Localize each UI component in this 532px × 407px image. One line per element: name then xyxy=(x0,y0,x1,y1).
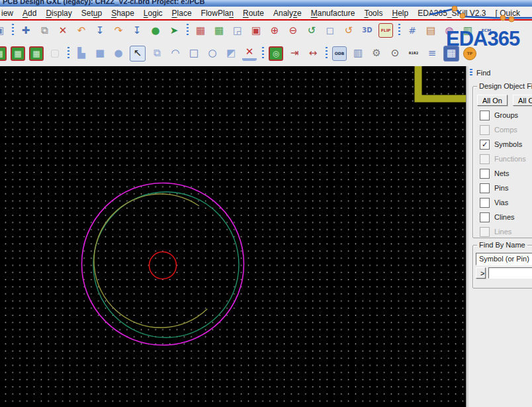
menu-item-analyze[interactable]: Analyze xyxy=(269,7,306,19)
copy-icon[interactable]: ⧉ xyxy=(37,23,52,38)
find-checkbox-label-vias: Vias xyxy=(494,199,508,206)
find-by-name-type-select[interactable]: Symbol (or Pin) xyxy=(476,253,532,265)
redo-icon[interactable]: ↷ xyxy=(111,23,126,38)
add-rectangle-icon[interactable]: ■ xyxy=(93,46,107,61)
all-off-button[interactable]: All Off xyxy=(513,95,532,106)
add-arc-icon[interactable]: ◠ xyxy=(168,46,183,61)
add-circle-icon[interactable]: ● xyxy=(111,46,126,61)
measure-to-edge-icon[interactable]: ⇥ xyxy=(287,46,302,61)
shape-edit-icon[interactable]: ◍ xyxy=(442,23,457,38)
find-checkbox-comps xyxy=(480,125,490,135)
find-panel-header[interactable]: Find xyxy=(470,69,490,77)
menu-item-iew[interactable]: iew xyxy=(0,7,18,19)
toolbar-grip[interactable] xyxy=(67,47,69,60)
copy-shape-icon[interactable]: ⧉ xyxy=(150,46,164,61)
cross-section-icon[interactable]: ▥ xyxy=(351,46,365,61)
find-filter-row-clines: Clines xyxy=(480,212,515,222)
toolbar-grip[interactable] xyxy=(261,47,264,60)
pushpin-icon[interactable]: ➤ xyxy=(167,23,181,38)
flip-board-icon[interactable]: FLIP xyxy=(378,23,393,38)
find-filter-row-pins: Pins xyxy=(480,183,508,193)
delete-icon[interactable]: ✕ xyxy=(56,23,70,38)
save-icon[interactable]: ▣ xyxy=(0,23,7,38)
panel-grip-icon[interactable] xyxy=(470,69,472,77)
toolbar-grip[interactable] xyxy=(11,24,14,37)
zoom-points-icon[interactable]: ◲ xyxy=(230,23,245,38)
find-checkbox-groups[interactable] xyxy=(480,111,490,120)
menu-item-display[interactable]: Display xyxy=(41,7,76,19)
board-overview-green-icon[interactable]: ▦ xyxy=(212,23,226,38)
zoom-previous-icon[interactable]: ↺ xyxy=(304,23,319,38)
highlight-pad-icon[interactable]: ◎ xyxy=(269,46,283,61)
add-polygon-icon[interactable]: ▙ xyxy=(74,46,89,61)
design-canvas[interactable] xyxy=(0,66,466,407)
zoom-in-icon[interactable]: ⊕ xyxy=(267,23,282,38)
menu-item-manufacture[interactable]: Manufacture xyxy=(306,7,360,19)
toolbar-grip[interactable] xyxy=(398,24,400,37)
select-shape-icon[interactable]: ↖ xyxy=(130,46,146,62)
zoom-fit-icon[interactable]: ◻ xyxy=(323,23,337,38)
menu-item-add[interactable]: Add xyxy=(18,7,41,19)
find-checkbox-nets[interactable] xyxy=(480,169,490,179)
rect-outline-icon[interactable]: □ xyxy=(187,46,201,61)
fix-pin-icon[interactable]: ⚙ xyxy=(369,46,384,61)
shell-balloon-icon[interactable]: ● xyxy=(148,23,163,38)
film-corners-icon[interactable]: ▦ xyxy=(11,46,25,61)
measure-span-icon[interactable]: ↔ xyxy=(306,46,320,61)
rename-refdes-icon[interactable]: R1R2 xyxy=(406,46,421,61)
view-3d-icon[interactable]: 3D xyxy=(360,23,375,38)
toolbar-grip[interactable] xyxy=(186,24,189,37)
toolbar-grip[interactable] xyxy=(325,47,328,60)
find-checkbox-label-clines: Clines xyxy=(494,213,515,221)
testpoint-icon[interactable]: TP xyxy=(463,47,476,60)
board-overview-red-icon[interactable]: ▦ xyxy=(193,23,208,38)
design-object-find-label: Design Object Find xyxy=(477,82,532,90)
name-more-button[interactable]: > xyxy=(476,267,486,279)
ecm-icon[interactable]: ECM xyxy=(479,23,494,38)
zoom-rect-icon[interactable]: ▣ xyxy=(249,23,263,38)
menu-item-route[interactable]: Route xyxy=(238,7,269,19)
done-icon[interactable]: ↧ xyxy=(93,23,107,38)
find-checkbox-pins[interactable] xyxy=(480,183,490,193)
menu-item-flowplan[interactable]: FlowPlan xyxy=(197,7,238,19)
menu-item-place[interactable]: Place xyxy=(167,7,197,19)
find-checkbox-label-symbols: Symbols xyxy=(494,140,522,148)
menu-item-tools[interactable]: Tools xyxy=(359,7,387,19)
menu-item-eda365-skill-v2-3[interactable]: EDA365_SKill V2.3 xyxy=(413,7,490,19)
next-icon[interactable]: ↧ xyxy=(130,23,144,38)
toolbar-row-2: ▦▦▦▢▙■●↖⧉◠□○◩✕◎⇥↔ODB▥⚙⊙R1R2≡▦TP xyxy=(0,40,532,67)
delete-vertex-icon[interactable]: ✕ xyxy=(242,46,257,61)
shape-disabled-icon[interactable]: ▢ xyxy=(48,46,62,61)
undo-icon[interactable]: ↶ xyxy=(74,23,89,38)
find-checkbox-vias[interactable] xyxy=(480,198,490,208)
grid-toggle-icon[interactable]: # xyxy=(405,23,420,38)
report-icon[interactable]: ≡ xyxy=(425,46,439,61)
mid-circle[interactable] xyxy=(93,192,239,338)
inner-arc[interactable] xyxy=(94,194,207,328)
center-circle[interactable] xyxy=(150,252,177,279)
color-dialog-icon[interactable]: ▦ xyxy=(443,46,459,62)
find-by-name-label: Find By Name xyxy=(477,241,527,249)
menu-item-setup[interactable]: Setup xyxy=(77,7,107,19)
film-wave-icon[interactable]: ▦ xyxy=(29,46,44,61)
menu-item-shape[interactable]: Shape xyxy=(107,7,139,19)
library-icon[interactable]: ▥ xyxy=(461,23,475,38)
zoom-out-icon[interactable]: ⊖ xyxy=(286,23,300,38)
circle-outline-icon[interactable]: ○ xyxy=(205,46,220,61)
padstack-icon[interactable]: ▤ xyxy=(423,23,438,38)
menu-item-help[interactable]: Help xyxy=(387,7,413,19)
find-checkbox-clines[interactable] xyxy=(480,212,490,222)
move-icon[interactable]: ✚ xyxy=(19,23,33,38)
find-name-input[interactable] xyxy=(488,267,532,279)
find-checkbox-symbols[interactable]: ✓ xyxy=(480,140,490,150)
redraw-icon[interactable]: ↺ xyxy=(341,23,356,38)
half-fill-rect-icon[interactable]: ◩ xyxy=(224,46,238,61)
outer-circle[interactable] xyxy=(82,183,244,345)
etch-trace[interactable] xyxy=(418,66,466,99)
odb-export-icon[interactable]: ODB xyxy=(332,46,347,61)
artwork-film-icon[interactable]: ▦ xyxy=(0,46,7,61)
menu-item-quick[interactable]: [ Quick xyxy=(491,7,525,19)
snapshot-icon[interactable]: ⊙ xyxy=(388,46,402,61)
menu-item-logic[interactable]: Logic xyxy=(139,7,167,19)
all-on-button[interactable]: All On xyxy=(477,95,508,106)
